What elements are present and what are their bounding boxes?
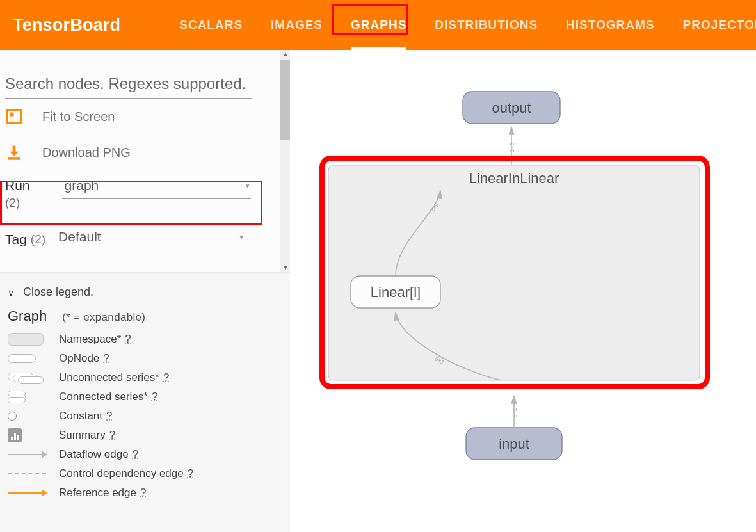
chevron-down-icon: ▼: [238, 234, 245, 241]
run-select[interactable]: graph ▼: [62, 177, 251, 199]
control-glyph-icon: [8, 473, 59, 474]
output-node[interactable]: output: [463, 92, 560, 124]
tag-select-value: Default: [58, 229, 101, 245]
scroll-down-icon[interactable]: ▼: [282, 264, 289, 271]
help-icon[interactable]: ?: [188, 467, 193, 480]
sidebar-scrollbar-track[interactable]: ▲ ▼: [280, 50, 290, 272]
tab-scalars[interactable]: SCALARS: [165, 0, 257, 50]
app-logo: TensorBoard: [13, 15, 120, 35]
scroll-up-icon[interactable]: ▲: [282, 51, 289, 58]
tab-projector[interactable]: PROJECTOR: [669, 0, 756, 50]
input-node[interactable]: input: [466, 428, 562, 460]
legend-item-connected: Connected series* ?: [8, 387, 285, 407]
legend-toggle[interactable]: ∨ Close legend.: [8, 286, 285, 299]
help-icon[interactable]: ?: [133, 448, 138, 461]
run-select-value: graph: [65, 178, 99, 193]
dataflow-glyph-icon: [8, 454, 59, 455]
unconnected-glyph-icon: [8, 373, 59, 383]
tag-label: Tag: [5, 232, 27, 247]
download-png-button[interactable]: Download PNG: [0, 134, 290, 170]
legend-toggle-label: Close legend.: [23, 286, 93, 299]
legend-item-reference: Reference edge ?: [8, 483, 285, 503]
legend-label: Dataflow edge: [59, 448, 129, 461]
run-count: (2): [5, 196, 30, 210]
download-png-label: Download PNG: [42, 145, 131, 160]
help-icon[interactable]: ?: [140, 487, 146, 499]
download-icon: [5, 143, 42, 161]
legend-item-summary: Summary ?: [8, 426, 285, 445]
tab-graphs[interactable]: GRAPHS: [337, 0, 421, 50]
legend-title: Graph: [8, 308, 47, 325]
legend-label: Control dependency edge: [59, 467, 184, 480]
legend-label: OpNode: [59, 352, 99, 365]
module-title: LinearInLinear: [469, 170, 559, 186]
edge-out-label: 1×5: [509, 142, 515, 152]
chevron-down-icon: ∨: [8, 287, 14, 298]
fit-to-screen-button[interactable]: Fit to Screen: [0, 99, 290, 134]
legend-item-dataflow: Dataflow edge ?: [8, 445, 285, 464]
svg-rect-2: [8, 157, 20, 160]
edge-in-label: 6×1: [511, 408, 518, 417]
legend-label: Unconnected series*: [59, 371, 159, 384]
svg-rect-0: [8, 110, 21, 124]
tab-histograms[interactable]: HISTOGRAMS: [552, 0, 668, 50]
legend-item-constant: Constant ?: [8, 407, 285, 426]
linear-op-node[interactable]: Linear[l]: [351, 276, 440, 308]
chevron-down-icon: ▼: [245, 182, 251, 189]
tab-distributions[interactable]: DISTRIBUTIONS: [421, 0, 552, 50]
connected-glyph-icon: [8, 391, 59, 403]
graph-svg: LinearInLinear Linear[l] output input 1×…: [290, 50, 756, 532]
legend-label: Summary: [59, 429, 106, 442]
summary-glyph-icon: [8, 428, 59, 442]
input-label: input: [499, 436, 529, 452]
fit-to-screen-icon: [5, 108, 42, 125]
opnode-glyph-icon: [8, 354, 59, 363]
tab-images[interactable]: IMAGES: [257, 0, 337, 50]
run-label: Run: [5, 178, 30, 193]
help-icon[interactable]: ?: [106, 410, 112, 423]
module-rect[interactable]: [328, 165, 700, 380]
sidebar-controls-panel: ▲ ▼ Fit to Screen: [0, 50, 290, 273]
output-label: output: [492, 100, 531, 116]
tag-count: (2): [31, 232, 45, 246]
svg-rect-1: [10, 113, 14, 117]
header-tabs: SCALARS IMAGES GRAPHS DISTRIBUTIONS HIST…: [165, 0, 756, 50]
run-label-col: Run (2): [5, 177, 30, 210]
legend-subtitle: (* = expandable): [62, 311, 145, 324]
reference-glyph-icon: [8, 492, 59, 494]
legend-item-control: Control dependency edge ?: [8, 464, 285, 483]
help-icon[interactable]: ?: [125, 333, 131, 346]
sidebar-scrollbar-thumb[interactable]: [280, 60, 290, 140]
legend-title-row: Graph (* = expandable): [8, 308, 285, 325]
top-header: TensorBoard SCALARS IMAGES GRAPHS DISTRI…: [0, 0, 756, 50]
constant-glyph-icon: [8, 412, 59, 421]
search-wrap: [0, 50, 290, 99]
help-icon[interactable]: ?: [109, 429, 115, 442]
namespace-glyph-icon: [8, 333, 59, 346]
legend-label: Constant: [59, 410, 102, 423]
graph-canvas[interactable]: LinearInLinear Linear[l] output input 1×…: [290, 50, 756, 532]
sidebar: ▲ ▼ Fit to Screen: [0, 50, 290, 532]
legend-panel: ∨ Close legend. Graph (* = expandable) N…: [0, 273, 290, 508]
fit-to-screen-label: Fit to Screen: [42, 109, 115, 124]
tag-selector-row: Tag (2) Default ▼: [0, 216, 290, 250]
legend-label: Namespace*: [59, 333, 121, 346]
help-icon[interactable]: ?: [152, 391, 157, 403]
tag-select[interactable]: Default ▼: [56, 228, 245, 250]
run-selector-row: Run (2) graph ▼: [0, 170, 290, 216]
content: ▲ ▼ Fit to Screen: [0, 50, 756, 532]
legend-label: Connected series*: [59, 391, 148, 403]
op-label: Linear[l]: [371, 284, 421, 300]
help-icon[interactable]: ?: [163, 371, 169, 384]
legend-label: Reference edge: [59, 487, 136, 499]
legend-item-unconnected: Unconnected series* ?: [8, 368, 285, 387]
legend-item-namespace: Namespace* ?: [8, 330, 285, 349]
legend-item-opnode: OpNode ?: [8, 349, 285, 368]
node-search-input[interactable]: [5, 72, 252, 99]
help-icon[interactable]: ?: [103, 352, 109, 365]
